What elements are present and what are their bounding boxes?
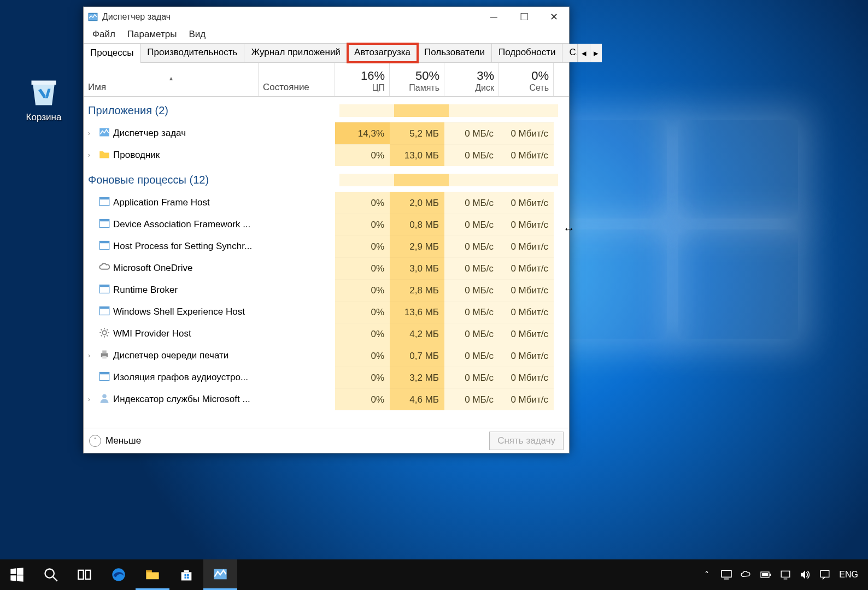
- memory-value: 3,2 МБ: [390, 367, 444, 388]
- process-row[interactable]: › Диспетчер очереди печати 0% 0,7 МБ 0 М…: [84, 345, 569, 367]
- svg-rect-10: [99, 285, 109, 287]
- tray-volume-icon[interactable]: [800, 569, 811, 580]
- process-row[interactable]: Microsoft OneDrive 0% 3,0 МБ 0 МБ/с 0 Мб…: [84, 257, 569, 279]
- windows-logo-icon: [9, 567, 25, 582]
- system-tray: ˄ ENG: [701, 559, 868, 590]
- expand-icon[interactable]: ›: [88, 396, 96, 403]
- tray-battery-icon[interactable]: [760, 569, 771, 580]
- memory-value: 2,9 МБ: [390, 235, 444, 257]
- expand-icon[interactable]: ›: [88, 151, 96, 159]
- svg-rect-8: [99, 241, 109, 243]
- menu-file[interactable]: Файл: [87, 27, 121, 43]
- col-disk[interactable]: 3% Диск: [444, 63, 499, 96]
- edge-button[interactable]: [102, 559, 136, 590]
- recycle-bin-icon[interactable]: Корзина: [19, 76, 68, 123]
- window-title: Диспетчер задач: [102, 12, 171, 22]
- col-status[interactable]: Состояние: [259, 63, 335, 96]
- process-name: Host Process for Setting Synchr...: [113, 241, 252, 252]
- svg-rect-0: [32, 81, 56, 85]
- col-network[interactable]: 0% Сеть: [499, 63, 554, 96]
- maximize-button[interactable]: ☐: [509, 7, 539, 27]
- process-row[interactable]: Runtime Broker 0% 2,8 МБ 0 МБ/с 0 Мбит/с: [84, 279, 569, 301]
- process-icon: [99, 327, 110, 341]
- process-row[interactable]: Windows Shell Experience Host 0% 13,6 МБ…: [84, 301, 569, 323]
- col-name[interactable]: ▴ Имя: [84, 63, 259, 96]
- task-view-button[interactable]: [68, 559, 102, 590]
- search-button[interactable]: [34, 559, 68, 590]
- network-value: 0 Мбит/с: [499, 388, 554, 410]
- col-memory[interactable]: 50% Память: [390, 63, 444, 96]
- disk-value: 0 МБ/с: [444, 301, 499, 323]
- close-button[interactable]: ✕: [539, 7, 569, 27]
- svg-point-13: [102, 331, 107, 335]
- process-row[interactable]: Device Association Framework ... 0% 0,8 …: [84, 214, 569, 235]
- tab-startup[interactable]: Автозагрузка: [348, 44, 418, 62]
- task-manager-icon: [88, 12, 98, 22]
- disk-value: 0 МБ/с: [444, 388, 499, 410]
- process-row[interactable]: Host Process for Setting Synchr... 0% 2,…: [84, 235, 569, 257]
- group-apps: Приложения (2): [84, 97, 569, 122]
- tray-chevron-up-icon[interactable]: ˄: [701, 569, 712, 580]
- svg-rect-28: [185, 577, 187, 579]
- svg-rect-31: [722, 570, 731, 577]
- tab-processes[interactable]: Процессы: [84, 44, 140, 63]
- col-cpu[interactable]: 16% ЦП: [335, 63, 390, 96]
- tray-network-icon[interactable]: [780, 569, 791, 580]
- svg-rect-26: [185, 574, 187, 576]
- menu-view[interactable]: Вид: [183, 27, 211, 43]
- cpu-value: 0%: [335, 279, 390, 301]
- process-icon: [99, 127, 110, 140]
- tab-scroll-right[interactable]: ▸: [590, 44, 602, 62]
- process-name: Проводник: [113, 150, 160, 161]
- process-row[interactable]: › Индексатор службы Microsoft ... 0% 4,6…: [84, 388, 569, 410]
- process-row[interactable]: › Проводник 0% 13,0 МБ 0 МБ/с 0 Мбит/с: [84, 144, 569, 166]
- process-icon: [99, 371, 110, 385]
- svg-rect-22: [78, 570, 83, 579]
- tab-details[interactable]: Подробности: [492, 44, 563, 62]
- group-background: Фоновые процессы (12): [84, 166, 569, 192]
- edge-icon: [111, 567, 126, 582]
- tray-language[interactable]: ENG: [839, 570, 858, 580]
- tab-users[interactable]: Пользователи: [418, 44, 492, 62]
- titlebar[interactable]: Диспетчер задач ─ ☐ ✕: [84, 7, 569, 27]
- memory-value: 0,8 МБ: [390, 214, 444, 235]
- end-task-button[interactable]: Снять задачу: [489, 432, 564, 450]
- disk-value: 0 МБ/с: [444, 192, 499, 214]
- process-icon: [99, 240, 110, 253]
- task-manager-icon: [213, 567, 228, 582]
- process-row[interactable]: WMI Provider Host 0% 4,2 МБ 0 МБ/с 0 Мби…: [84, 323, 569, 345]
- explorer-button[interactable]: [136, 559, 169, 590]
- process-name: Диспетчер очереди печати: [113, 350, 228, 361]
- cpu-value: 14,3%: [335, 122, 390, 144]
- sort-indicator-icon: ▴: [88, 74, 254, 82]
- tray-monitor-icon[interactable]: [721, 569, 732, 580]
- process-row[interactable]: › Диспетчер задач 14,3% 5,2 МБ 0 МБ/с 0 …: [84, 122, 569, 144]
- network-value: 0 Мбит/с: [499, 192, 554, 214]
- column-headers: ▴ Имя Состояние 16% ЦП 50% Память 3% Дис…: [84, 63, 569, 97]
- task-manager-taskbar-button[interactable]: [203, 559, 237, 590]
- memory-value: 13,0 МБ: [390, 144, 444, 166]
- start-button[interactable]: [0, 559, 34, 590]
- tray-onedrive-icon[interactable]: [741, 569, 752, 580]
- memory-value: 4,2 МБ: [390, 323, 444, 345]
- process-icon: [99, 218, 110, 232]
- svg-rect-23: [85, 570, 90, 579]
- tab-scroll-left[interactable]: ◂: [578, 44, 590, 62]
- svg-rect-4: [99, 197, 109, 199]
- trash-icon: [27, 76, 60, 109]
- minimize-button[interactable]: ─: [479, 7, 509, 27]
- tab-performance[interactable]: Производительность: [140, 44, 244, 62]
- process-list[interactable]: Приложения (2) › Диспетчер задач 14,3% 5…: [84, 97, 569, 428]
- process-name: Runtime Broker: [113, 285, 178, 296]
- store-button[interactable]: [169, 559, 203, 590]
- tray-notifications-icon[interactable]: [819, 569, 830, 580]
- tab-services[interactable]: С...: [562, 44, 578, 62]
- tab-app-history[interactable]: Журнал приложений: [244, 44, 348, 62]
- fewer-details-button[interactable]: ˄ Меньше: [89, 435, 141, 447]
- menu-options[interactable]: Параметры: [122, 27, 183, 43]
- process-row[interactable]: Application Frame Host 0% 2,0 МБ 0 МБ/с …: [84, 192, 569, 214]
- expand-icon[interactable]: ›: [88, 129, 96, 137]
- process-row[interactable]: Изоляция графов аудиоустро... 0% 3,2 МБ …: [84, 367, 569, 388]
- expand-icon[interactable]: ›: [88, 352, 96, 359]
- recycle-bin-label: Корзина: [19, 112, 68, 123]
